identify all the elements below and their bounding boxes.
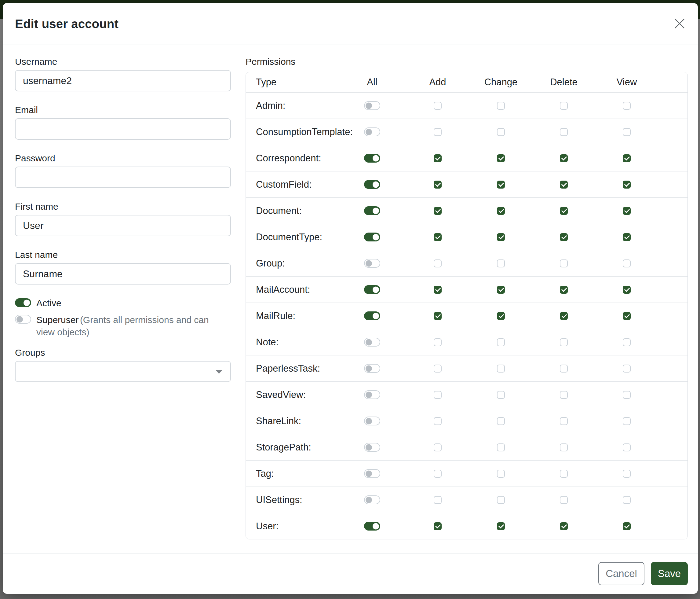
permission-all-toggle[interactable] [364, 364, 380, 373]
permission-delete-checkbox[interactable] [560, 391, 568, 399]
permission-add-checkbox[interactable] [434, 154, 442, 162]
permission-add-checkbox[interactable] [434, 312, 442, 320]
permission-all-toggle[interactable] [364, 154, 380, 163]
permission-change-checkbox[interactable] [497, 338, 505, 346]
permission-delete-checkbox[interactable] [560, 522, 568, 530]
permission-change-checkbox[interactable] [497, 391, 505, 399]
permission-type-label: Admin: [246, 100, 339, 111]
permission-view-checkbox[interactable] [623, 522, 631, 530]
permission-change-checkbox[interactable] [497, 154, 505, 162]
permissions-label: Permissions [246, 56, 688, 68]
permission-delete-checkbox[interactable] [560, 260, 568, 267]
permission-delete-checkbox[interactable] [560, 102, 568, 110]
permission-change-checkbox[interactable] [497, 470, 505, 478]
permission-view-checkbox[interactable] [623, 496, 631, 504]
active-toggle[interactable] [15, 298, 31, 307]
permission-view-checkbox[interactable] [623, 444, 631, 451]
permission-view-checkbox[interactable] [623, 338, 631, 346]
permission-add-checkbox[interactable] [434, 522, 442, 530]
permission-add-checkbox[interactable] [434, 391, 442, 399]
permission-all-toggle[interactable] [364, 259, 380, 268]
password-field[interactable] [15, 167, 231, 188]
first-name-label: First name [15, 201, 231, 212]
permission-delete-checkbox[interactable] [560, 128, 568, 136]
permission-all-toggle[interactable] [364, 206, 380, 215]
permission-all-toggle[interactable] [364, 469, 380, 478]
permission-change-checkbox[interactable] [497, 522, 505, 530]
superuser-toggle[interactable] [15, 315, 31, 324]
permission-view-checkbox[interactable] [623, 207, 631, 215]
permission-add-checkbox[interactable] [434, 128, 442, 136]
permission-change-checkbox[interactable] [497, 207, 505, 215]
permission-all-toggle[interactable] [364, 233, 380, 241]
permission-all-toggle[interactable] [364, 101, 380, 110]
permission-view-checkbox[interactable] [623, 312, 631, 320]
permission-view-checkbox[interactable] [623, 102, 631, 110]
permission-add-checkbox[interactable] [434, 102, 442, 110]
permission-delete-checkbox[interactable] [560, 417, 568, 425]
permission-all-toggle[interactable] [364, 127, 380, 136]
permission-change-checkbox[interactable] [497, 496, 505, 504]
permission-all-toggle[interactable] [364, 180, 380, 189]
permission-add-checkbox[interactable] [434, 233, 442, 241]
permission-delete-checkbox[interactable] [560, 233, 568, 241]
permission-add-checkbox[interactable] [434, 496, 442, 504]
first-name-field[interactable] [15, 215, 231, 236]
permission-view-checkbox[interactable] [623, 233, 631, 241]
permission-view-checkbox[interactable] [623, 286, 631, 294]
permission-change-checkbox[interactable] [497, 102, 505, 110]
save-button[interactable]: Save [651, 562, 688, 585]
permission-change-checkbox[interactable] [497, 128, 505, 136]
permission-delete-checkbox[interactable] [560, 312, 568, 320]
permission-delete-checkbox[interactable] [560, 444, 568, 451]
permission-delete-checkbox[interactable] [560, 154, 568, 162]
permission-add-checkbox[interactable] [434, 470, 442, 478]
permission-view-checkbox[interactable] [623, 154, 631, 162]
permission-view-checkbox[interactable] [623, 417, 631, 425]
cancel-button[interactable]: Cancel [598, 562, 644, 585]
permission-change-checkbox[interactable] [497, 286, 505, 294]
permission-all-toggle[interactable] [364, 390, 380, 399]
permission-add-checkbox[interactable] [434, 286, 442, 294]
close-button[interactable] [672, 17, 687, 31]
permission-delete-checkbox[interactable] [560, 207, 568, 215]
permission-change-checkbox[interactable] [497, 365, 505, 373]
username-input[interactable] [15, 70, 231, 91]
email-field[interactable] [15, 118, 231, 140]
permission-add-checkbox[interactable] [434, 181, 442, 189]
permission-all-toggle[interactable] [364, 338, 380, 346]
permission-delete-checkbox[interactable] [560, 338, 568, 346]
permission-add-checkbox[interactable] [434, 207, 442, 215]
permission-add-checkbox[interactable] [434, 338, 442, 346]
permission-delete-checkbox[interactable] [560, 365, 568, 373]
last-name-field[interactable] [15, 263, 231, 285]
permission-view-checkbox[interactable] [623, 128, 631, 136]
permission-all-toggle[interactable] [364, 496, 380, 504]
permission-all-toggle[interactable] [364, 311, 380, 320]
permission-view-checkbox[interactable] [623, 181, 631, 189]
permission-all-toggle[interactable] [364, 285, 380, 294]
permission-add-checkbox[interactable] [434, 417, 442, 425]
permission-view-checkbox[interactable] [623, 365, 631, 373]
permission-all-toggle[interactable] [364, 416, 380, 425]
permission-add-checkbox[interactable] [434, 365, 442, 373]
permission-add-checkbox[interactable] [434, 444, 442, 451]
permission-change-checkbox[interactable] [497, 312, 505, 320]
permission-change-checkbox[interactable] [497, 444, 505, 451]
permission-view-checkbox[interactable] [623, 470, 631, 478]
permission-all-toggle[interactable] [364, 522, 380, 530]
permission-add-checkbox[interactable] [434, 260, 442, 267]
permission-view-checkbox[interactable] [623, 260, 631, 267]
permission-delete-checkbox[interactable] [560, 496, 568, 504]
permission-all-toggle[interactable] [364, 443, 380, 452]
permission-delete-checkbox[interactable] [560, 470, 568, 478]
permission-change-checkbox[interactable] [497, 233, 505, 241]
permission-change-checkbox[interactable] [497, 260, 505, 267]
permission-delete-checkbox[interactable] [560, 286, 568, 294]
groups-select[interactable] [15, 361, 231, 382]
permission-change-checkbox[interactable] [497, 181, 505, 189]
superuser-text: Superuser (Grants all permissions and ca… [36, 314, 212, 338]
permission-view-checkbox[interactable] [623, 391, 631, 399]
permission-change-checkbox[interactable] [497, 417, 505, 425]
permission-delete-checkbox[interactable] [560, 181, 568, 189]
